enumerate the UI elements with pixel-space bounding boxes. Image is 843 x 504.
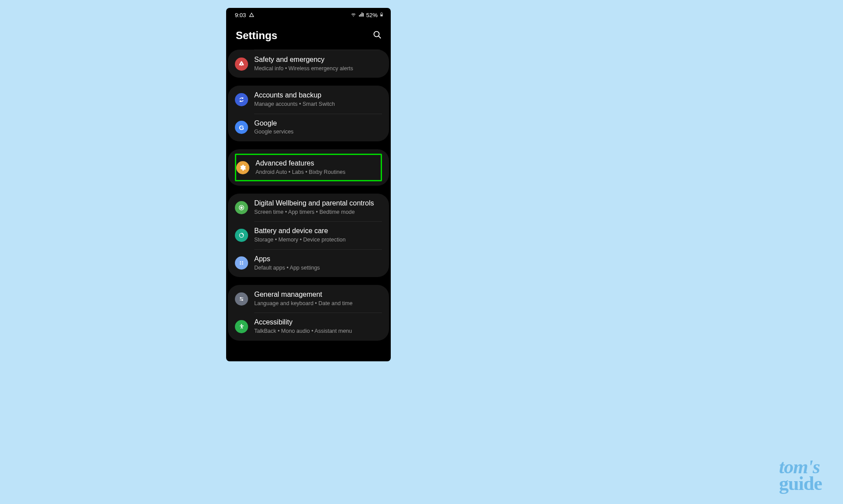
- item-subtitle: Google services: [254, 128, 382, 136]
- item-subtitle: Screen time • App timers • Bedtime mode: [254, 209, 382, 216]
- svg-point-8: [240, 262, 241, 263]
- item-text: Google Google services: [254, 119, 382, 136]
- search-icon[interactable]: [372, 30, 382, 41]
- svg-point-10: [240, 263, 241, 265]
- settings-item-safety[interactable]: Safety and emergency Medical info • Wire…: [228, 50, 389, 78]
- apps-icon: [235, 256, 248, 270]
- settings-item-battery[interactable]: Battery and device care Storage • Memory…: [228, 221, 389, 249]
- watermark-logo: tom's guide: [779, 459, 822, 492]
- settings-item-apps[interactable]: Apps Default apps • App settings: [228, 249, 389, 277]
- gear-icon: [236, 161, 249, 174]
- item-title: Accounts and backup: [254, 91, 382, 100]
- item-text: General management Language and keyboard…: [254, 290, 382, 307]
- accessibility-icon: [235, 320, 248, 333]
- settings-item-advanced[interactable]: Advanced features Android Auto • Labs • …: [236, 155, 381, 180]
- item-title: Apps: [254, 255, 382, 264]
- item-text: Advanced features Android Auto • Labs • …: [256, 159, 381, 176]
- item-title: Digital Wellbeing and parental controls: [254, 199, 382, 208]
- settings-group: Safety and emergency Medical info • Wire…: [228, 50, 389, 78]
- device-care-icon: [235, 229, 248, 242]
- item-subtitle: Medical info • Wireless emergency alerts: [254, 65, 382, 73]
- google-icon: G: [235, 121, 248, 134]
- svg-point-16: [241, 324, 242, 325]
- highlight-advanced-features: Advanced features Android Auto • Labs • …: [235, 154, 382, 181]
- status-bar: 9:03 52%: [226, 8, 391, 21]
- item-subtitle: TalkBack • Mono audio • Assistant menu: [254, 328, 382, 335]
- settings-item-general[interactable]: General management Language and keyboard…: [228, 285, 389, 313]
- svg-point-15: [242, 299, 243, 300]
- page-title: Settings: [236, 29, 277, 42]
- item-text: Accessibility TalkBack • Mono audio • As…: [254, 318, 382, 335]
- item-subtitle: Language and keyboard • Date and time: [254, 300, 382, 308]
- sync-icon: [235, 93, 248, 106]
- battery-percent: 52%: [366, 12, 378, 18]
- drive-icon: [249, 12, 255, 18]
- google-letter: G: [239, 124, 244, 131]
- battery-icon: [379, 11, 384, 19]
- signal-icon: [358, 11, 364, 19]
- item-title: Safety and emergency: [254, 55, 382, 65]
- item-subtitle: Manage accounts • Smart Switch: [254, 101, 382, 108]
- svg-rect-2: [381, 14, 382, 16]
- svg-line-4: [378, 36, 381, 38]
- settings-group: Advanced features Android Auto • Labs • …: [228, 149, 389, 186]
- item-title: Advanced features: [256, 159, 381, 168]
- item-subtitle: Default apps • App settings: [254, 264, 382, 272]
- item-subtitle: Storage • Memory • Device protection: [254, 236, 382, 244]
- item-title: Battery and device care: [254, 227, 382, 236]
- settings-group: Digital Wellbeing and parental controls …: [228, 194, 389, 277]
- settings-item-google[interactable]: G Google Google services: [228, 114, 389, 141]
- item-text: Digital Wellbeing and parental controls …: [254, 199, 382, 216]
- settings-item-wellbeing[interactable]: Digital Wellbeing and parental controls …: [228, 194, 389, 221]
- status-left: 9:03: [235, 12, 255, 18]
- settings-group: Accounts and backup Manage accounts • Sm…: [228, 86, 389, 141]
- item-text: Battery and device care Storage • Memory…: [254, 227, 382, 244]
- watermark-line2: guide: [779, 475, 822, 492]
- settings-item-accounts[interactable]: Accounts and backup Manage accounts • Sm…: [228, 86, 389, 113]
- phone-screenshot: 9:03 52% Settings: [226, 8, 391, 361]
- item-subtitle: Android Auto • Labs • Bixby Routines: [256, 169, 381, 176]
- svg-rect-1: [381, 13, 382, 13]
- status-time: 9:03: [235, 12, 246, 18]
- svg-point-13: [240, 297, 241, 298]
- svg-point-9: [242, 262, 243, 263]
- wifi-icon: [350, 11, 357, 19]
- settings-group: General management Language and keyboard…: [228, 285, 389, 341]
- svg-point-3: [374, 32, 379, 37]
- settings-header: Settings: [226, 21, 391, 50]
- item-text: Safety and emergency Medical info • Wire…: [254, 55, 382, 72]
- item-text: Apps Default apps • App settings: [254, 255, 382, 272]
- svg-point-11: [242, 263, 243, 265]
- item-text: Accounts and backup Manage accounts • Sm…: [254, 91, 382, 108]
- item-title: Google: [254, 119, 382, 128]
- wellbeing-icon: [235, 201, 248, 214]
- sliders-icon: [235, 292, 248, 306]
- status-right: 52%: [350, 11, 384, 19]
- item-title: Accessibility: [254, 318, 382, 327]
- svg-point-6: [241, 207, 242, 209]
- item-title: General management: [254, 290, 382, 299]
- alert-icon: [235, 58, 248, 71]
- settings-item-accessibility[interactable]: Accessibility TalkBack • Mono audio • As…: [228, 313, 389, 340]
